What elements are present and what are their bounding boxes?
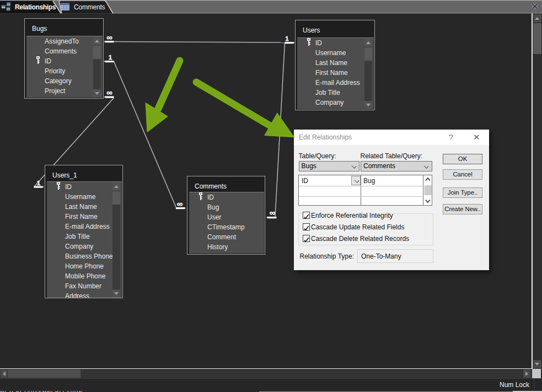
- svg-text:Relationships: Relationships: [15, 3, 56, 11]
- svg-text:Comments: Comments: [74, 3, 105, 11]
